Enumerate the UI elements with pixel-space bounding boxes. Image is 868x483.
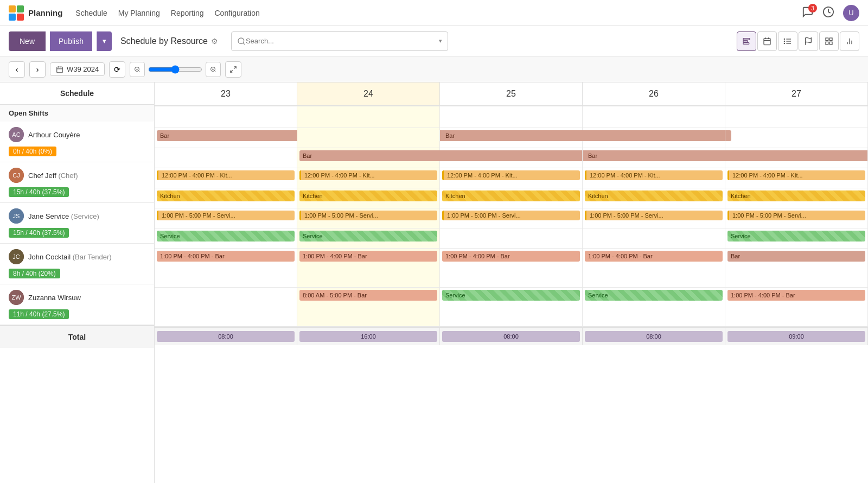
toolbar: New Publish ▾ Schedule by Resource ⚙ ▾ (0, 26, 868, 56)
cell-chef-1-25: 12:00 PM - 4:00 PM - Kit... (440, 168, 583, 188)
cell-arthour-2-23 (155, 148, 297, 168)
search-bar[interactable]: ▾ (231, 31, 448, 51)
resource-info-john: JC John Cocktail (Bar Tender) (0, 244, 154, 266)
zoom-out-button[interactable] (130, 62, 145, 77)
zoom-in-button[interactable] (206, 62, 221, 77)
svg-line-33 (139, 71, 140, 72)
clock-button[interactable] (822, 6, 834, 20)
svg-point-18 (784, 41, 784, 41)
cell-arthour-1-26 (583, 128, 725, 148)
resource-row-jane: JS Jane Service (Service) 15h / 40h (37.… (0, 203, 154, 243)
expand-button[interactable] (225, 61, 241, 78)
shift-chef-1-27[interactable]: 12:00 PM - 4:00 PM - Kit... (727, 170, 865, 180)
svg-rect-2 (9, 14, 16, 21)
search-input[interactable] (246, 37, 439, 45)
day-header-24: 24 (297, 82, 440, 105)
svg-text:AC: AC (12, 131, 20, 138)
hours-badge-zuzanna: 11h / 40h (27.5%) (9, 309, 69, 319)
svg-rect-21 (826, 38, 828, 41)
svg-text:JS: JS (13, 213, 20, 219)
resource-info-arthour: AC Arthour Couyère (0, 122, 154, 144)
cell-arthour-2-27 (725, 148, 868, 168)
view-calendar-button[interactable] (757, 31, 777, 51)
view-list-button[interactable] (778, 31, 797, 51)
reset-view-button[interactable]: ⟳ (109, 61, 125, 78)
nav-my-planning[interactable]: My Planning (118, 7, 160, 20)
week-selector[interactable]: W39 2024 (50, 62, 105, 76)
nav-reporting[interactable]: Reporting (171, 7, 204, 20)
publish-button[interactable]: Publish (50, 31, 92, 51)
notification-button[interactable]: 3 (802, 6, 814, 20)
shift-chef-1-25[interactable]: 12:00 PM - 4:00 PM - Kit... (442, 170, 580, 180)
view-chart-button[interactable] (840, 31, 859, 51)
cell-john-1-23: 1:00 PM - 4:00 PM - Bar (155, 249, 297, 287)
new-button[interactable]: New (9, 31, 46, 51)
nav-schedule[interactable]: Schedule (75, 7, 107, 20)
grid-row-arthour-1: Bar Bar (155, 128, 868, 148)
shift-john-27[interactable]: Bar (727, 251, 865, 262)
shift-chef-1-26[interactable]: 12:00 PM - 4:00 PM - Kit... (585, 170, 723, 180)
prev-week-button[interactable]: ‹ (9, 61, 25, 78)
shift-jane-1-24[interactable]: 1:00 PM - 5:00 PM - Servi... (299, 211, 437, 220)
shift-jane-1-26[interactable]: 1:00 PM - 5:00 PM - Servi... (585, 211, 723, 220)
shift-jane-1-27[interactable]: 1:00 PM - 5:00 PM - Servi... (727, 211, 865, 220)
grid-row-arthour-2: Bar Bar (155, 148, 868, 168)
shift-kitchen-23[interactable]: Kitchen (157, 190, 295, 201)
day-header-25: 25 (440, 82, 583, 105)
shift-zuzanna-26[interactable]: Service (585, 290, 723, 301)
shift-jane-1-23[interactable]: 1:00 PM - 5:00 PM - Servi... (157, 211, 295, 220)
avatar-chef-jeff: CJ (9, 168, 24, 183)
shift-chef-1-23[interactable]: 12:00 PM - 4:00 PM - Kit... (157, 170, 295, 180)
shift-kitchen-27[interactable]: Kitchen (727, 190, 865, 201)
resource-info-zuzanna: ZW Zuzanna Wirsuw (0, 284, 154, 307)
shift-john-24[interactable]: 1:00 PM - 4:00 PM - Bar (299, 251, 437, 262)
avatar-john: JC (9, 249, 24, 264)
resource-info-jane: JS Jane Service (Service) (0, 203, 154, 226)
user-avatar[interactable]: U (843, 5, 859, 21)
shift-chef-1-24[interactable]: 12:00 PM - 4:00 PM - Kit... (299, 170, 437, 180)
publish-dropdown-button[interactable]: ▾ (97, 31, 112, 51)
shift-jane-1-25[interactable]: 1:00 PM - 5:00 PM - Servi... (442, 211, 580, 220)
shift-zuzanna-27[interactable]: 1:00 PM - 4:00 PM - Bar (727, 290, 865, 301)
shift-kitchen-24[interactable]: Kitchen (299, 190, 437, 201)
view-gantt-button[interactable] (737, 31, 756, 51)
shift-john-26[interactable]: 1:00 PM - 4:00 PM - Bar (585, 251, 723, 262)
resource-john: JC John Cocktail (Bar Tender) 8h / 40h (… (0, 244, 154, 284)
view-grid-button[interactable] (819, 31, 839, 51)
total-bar-23: 08:00 (157, 331, 295, 342)
shift-zuzanna-25[interactable]: Service (442, 290, 580, 301)
svg-line-6 (243, 43, 245, 45)
cell-jane-1-23: 1:00 PM - 5:00 PM - Servi... (155, 208, 297, 228)
shift-zuzanna-24[interactable]: 8:00 AM - 5:00 PM - Bar (299, 290, 437, 301)
view-flag-button[interactable] (799, 31, 818, 51)
grid-row-chef-1: 12:00 PM - 4:00 PM - Kit... 12:00 PM - 4… (155, 168, 868, 188)
nav-configuration[interactable]: Configuration (214, 7, 259, 20)
resource-name-john: John Cocktail (Bar Tender) (28, 253, 112, 261)
svg-rect-23 (826, 42, 828, 45)
shift-john-25[interactable]: 1:00 PM - 4:00 PM - Bar (442, 251, 580, 262)
shift-service-23[interactable]: Service (157, 231, 295, 242)
zoom-slider[interactable] (148, 65, 202, 74)
cell-chef-2-23: Kitchen (155, 188, 297, 208)
svg-rect-7 (743, 38, 750, 40)
cell-john-1-27: Bar (725, 249, 868, 287)
grid-row-chef-2: Kitchen Kitchen Kitchen Kitchen Kitchen (155, 188, 868, 208)
shift-kitchen-25[interactable]: Kitchen (442, 190, 580, 201)
resource-row-zuzanna: ZW Zuzanna Wirsuw 11h / 40h (27.5%) (0, 284, 154, 325)
search-dropdown-icon[interactable]: ▾ (439, 37, 442, 45)
calendar-icon (56, 66, 63, 73)
cell-zuzanna-25: Service (440, 288, 583, 326)
shift-service-24[interactable]: Service (299, 231, 437, 242)
cell-jane-1-24: 1:00 PM - 5:00 PM - Servi... (297, 208, 440, 228)
shift-service-27[interactable]: Service (727, 231, 865, 242)
settings-icon[interactable]: ⚙ (211, 37, 218, 46)
resource-name-chef-jeff: Chef Jeff (Chef) (28, 171, 78, 180)
next-week-button[interactable]: › (29, 61, 46, 78)
open-shifts-cell-26 (583, 106, 725, 128)
shift-john-23[interactable]: 1:00 PM - 4:00 PM - Bar (157, 251, 295, 262)
resource-jane: JS Jane Service (Service) 15h / 40h (37.… (0, 203, 154, 244)
app-logo[interactable]: Planning (9, 5, 62, 21)
shift-kitchen-26[interactable]: Kitchen (585, 190, 723, 201)
schedule-header: Schedule (0, 82, 154, 105)
day-header-26: 26 (583, 82, 725, 105)
